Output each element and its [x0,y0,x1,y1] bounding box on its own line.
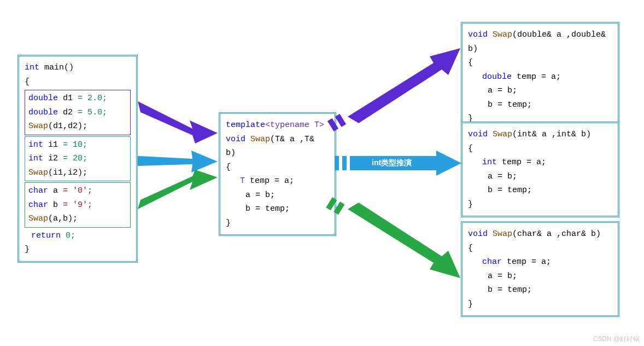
line: double temp = a; [468,70,612,84]
line: int i1 = 10; [28,138,127,152]
svg-marker-0 [138,101,218,143]
line: int temp = a; [468,155,612,170]
brace-close: } [25,243,131,257]
char-block: char a = '0'; char b = '9'; Swap(a,b); [25,182,131,228]
line: char a = '0'; [28,184,127,198]
line: Swap(a,b); [28,212,127,226]
line: void Swap(int& a ,int& b) [468,128,612,142]
line: b = temp; [468,283,612,297]
arrow-char-out [332,203,464,279]
main-code-box: int main() { double d1 = 2.0; double d2 … [17,55,138,263]
line: } [468,198,612,212]
line: double d2 = 5.0; [28,106,127,120]
double-block: double d1 = 2.0; double d2 = 5.0; Swap(d… [25,90,131,135]
svg-marker-9 [348,203,460,278]
int-instantiation-box: void Swap(int& a ,int& b) { int temp = a… [461,122,619,217]
label-char: char类型推演 [365,224,409,257]
line: a = b; [226,188,329,203]
params: () [64,63,74,72]
line: int i2 = 20; [28,152,127,166]
label-double: double类型推演 [362,67,415,105]
line: b = temp; [226,202,329,216]
line: Swap(d1,d2); [28,119,127,134]
line: } [226,216,329,230]
arrow-char-in [138,170,220,214]
label-int: int类型推演 [372,158,412,168]
double-instantiation-box: void Swap(double& a ,double& b) { double… [461,22,619,132]
template-code-box: template<typename T> void Swap(T& a ,T& … [219,112,336,236]
arrow-int-in [138,148,220,175]
line: char temp = a; [468,255,612,269]
svg-rect-4 [335,114,346,127]
line: b = temp; [468,183,612,198]
line: T temp = a; [226,174,329,188]
line: b = temp; [468,98,612,112]
line: } [468,297,612,312]
line: double d1 = 2.0; [28,91,127,106]
line: void Swap(double& a ,double& b) [468,28,612,56]
line: Swap(i1,i2); [28,166,127,180]
svg-rect-7 [342,156,347,170]
line: void Swap(T& a ,T& b) [226,132,329,160]
svg-marker-1 [138,151,218,172]
line: a = b; [468,269,612,284]
line: { [468,241,612,256]
char-instantiation-box: void Swap(char& a ,char& b) { char temp … [461,221,619,317]
line: { [226,160,329,175]
line: char b = '9'; [28,198,127,212]
brace-open: { [25,75,131,89]
int-block: int i1 = 10; int i2 = 20; Swap(i1,i2); [25,136,131,182]
svg-marker-3 [348,48,460,123]
line: { [468,56,612,70]
line: template<typename T> [226,118,329,132]
line: { [468,142,612,156]
svg-marker-2 [138,170,218,209]
main-sig: int main() [25,61,131,75]
line: a = b; [468,170,612,184]
return-line: return 0; [25,229,131,243]
line: a = b; [468,84,612,98]
arrow-double-in [138,101,220,145]
line: void Swap(char& a ,char& b) [468,227,612,241]
watermark: CSDN @好好锅 [593,335,640,344]
type-keyword: int [25,63,39,72]
fn-name: main [44,63,64,72]
